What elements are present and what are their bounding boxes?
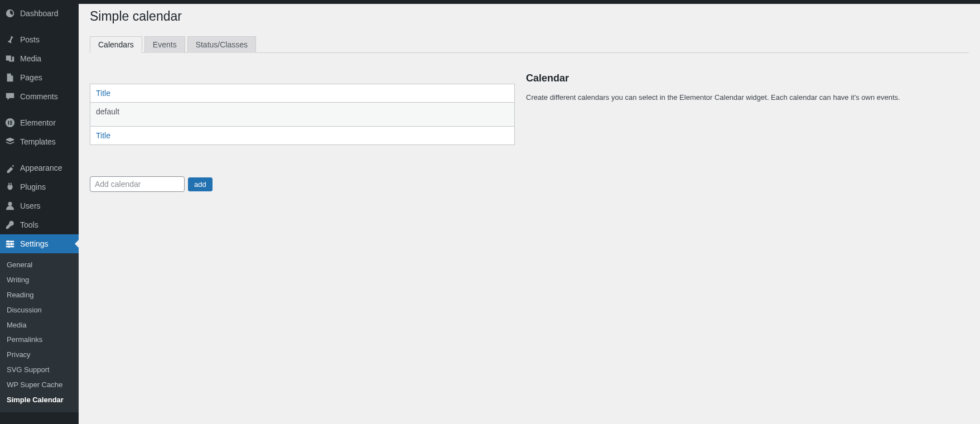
menu-separator [0, 108, 79, 111]
sidebar-item-label: Pages [20, 73, 42, 82]
sidebar-item-posts[interactable]: Posts [0, 30, 79, 49]
submenu-item-simple-calendar[interactable]: Simple Calendar [0, 393, 79, 408]
sidebar-item-label: Plugins [20, 182, 46, 191]
sidebar-item-label: Elementor [20, 118, 56, 127]
submenu-item-wp-super-cache[interactable]: WP Super Cache [0, 378, 79, 393]
sidebar-item-label: Dashboard [20, 9, 59, 18]
sidebar-item-appearance[interactable]: Appearance [0, 158, 79, 177]
sidebar-item-label: Posts [20, 35, 40, 44]
submenu-item-privacy[interactable]: Privacy [0, 348, 79, 363]
submenu-item-svg-support[interactable]: SVG Support [0, 363, 79, 378]
pin-icon [4, 34, 16, 45]
submenu-item-media[interactable]: Media [0, 318, 79, 333]
add-calendar-input[interactable] [90, 176, 185, 192]
table-footer-title[interactable]: Title [90, 126, 514, 144]
sidebar-item-label: Comments [20, 92, 58, 101]
tool-icon [4, 219, 16, 230]
submenu-item-general[interactable]: General [0, 258, 79, 273]
submenu-item-writing[interactable]: Writing [0, 273, 79, 288]
settings-submenu: GeneralWritingReadingDiscussionMediaPerm… [0, 253, 79, 412]
sidebar-item-pages[interactable]: Pages [0, 68, 79, 87]
admin-top-bar [0, 0, 980, 4]
table-row[interactable]: default [90, 103, 514, 126]
submenu-item-permalinks[interactable]: Permalinks [0, 333, 79, 348]
tab-bar: CalendarsEventsStatus/Classes [90, 36, 969, 53]
sidebar-item-users[interactable]: Users [0, 196, 79, 215]
sidebar-item-label: Settings [20, 239, 49, 248]
submenu-item-reading[interactable]: Reading [0, 288, 79, 303]
table-header-title[interactable]: Title [90, 84, 514, 103]
menu-separator [0, 153, 79, 156]
sidebar-item-label: Templates [20, 137, 56, 146]
table-cell-title[interactable]: default [90, 103, 514, 126]
tab-status-classes[interactable]: Status/Classes [187, 36, 256, 53]
calendars-table: Title default Title [90, 84, 515, 145]
menu-separator [0, 25, 79, 28]
settings-icon [4, 238, 16, 249]
admin-sidebar: DashboardPostsMediaPagesCommentsElemento… [0, 0, 79, 424]
sidebar-item-label: Appearance [20, 163, 62, 172]
media-icon [4, 53, 16, 64]
sidebar-item-media[interactable]: Media [0, 49, 79, 68]
submenu-item-discussion[interactable]: Discussion [0, 303, 79, 318]
sidebar-item-elementor[interactable]: Elementor [0, 113, 79, 132]
plugin-icon [4, 181, 16, 192]
add-calendar-row: add [90, 176, 515, 192]
sidebar-item-comments[interactable]: Comments [0, 87, 79, 106]
user-icon [4, 200, 16, 211]
sidebar-item-settings[interactable]: Settings [0, 234, 79, 253]
sidebar-item-tools[interactable]: Tools [0, 215, 79, 234]
appearance-icon [4, 162, 16, 174]
sidebar-item-label: Tools [20, 220, 38, 229]
page-title: Simple calendar [90, 4, 969, 26]
templates-icon [4, 136, 16, 147]
sidebar-item-plugins[interactable]: Plugins [0, 177, 79, 196]
sidepanel-description: Create different calendars you can selec… [526, 92, 969, 103]
sidepanel-heading: Calendar [526, 73, 969, 84]
sidebar-item-label: Users [20, 201, 41, 210]
add-calendar-button[interactable]: add [188, 177, 213, 191]
sidebar-item-templates[interactable]: Templates [0, 132, 79, 151]
dashboard-icon [4, 8, 16, 19]
sidebar-item-dashboard[interactable]: Dashboard [0, 4, 79, 23]
elementor-icon [4, 117, 16, 128]
main-content: Simple calendar CalendarsEventsStatus/Cl… [79, 0, 980, 424]
sidebar-item-label: Media [20, 54, 41, 63]
tab-calendars[interactable]: Calendars [90, 36, 142, 53]
page-icon [4, 72, 16, 83]
comment-icon [4, 91, 16, 102]
tab-events[interactable]: Events [144, 36, 185, 53]
